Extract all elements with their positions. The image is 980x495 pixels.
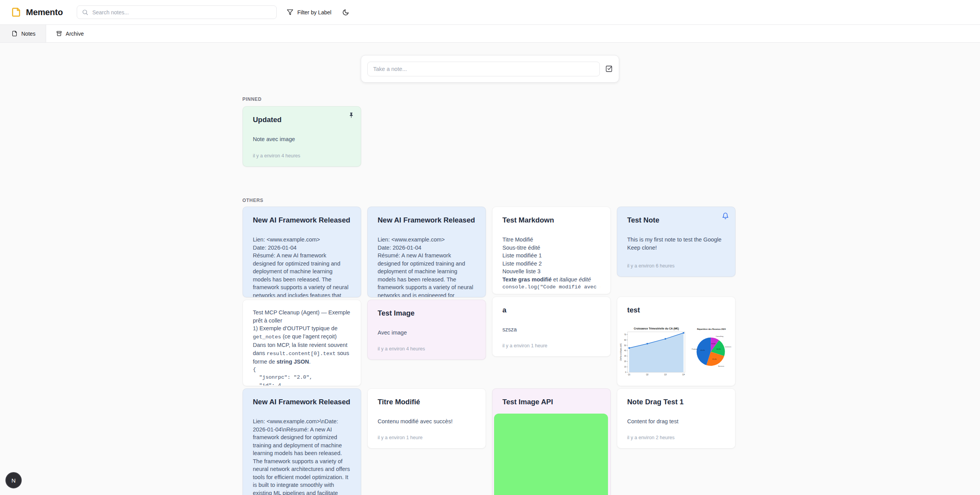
grid-column-1: New AI Framework Released Lien: <www.exa… <box>243 207 361 495</box>
note-timestamp: il y a environ 6 heures <box>627 259 725 269</box>
note-card-note-drag-test[interactable]: Note Drag Test 1 Content for drag test i… <box>617 388 735 448</box>
note-title: Note Drag Test 1 <box>627 397 725 407</box>
note-timestamp: il y a environ 1 heure <box>378 430 475 440</box>
main-content: PINNED Updated Note avec image il y a en… <box>243 55 738 495</box>
pin-icon <box>348 112 355 119</box>
file-icon <box>12 31 17 36</box>
theme-toggle-button[interactable] <box>342 9 349 16</box>
search-icon <box>82 9 88 16</box>
search-box[interactable] <box>77 5 277 19</box>
note-composer[interactable] <box>361 55 619 83</box>
note-title: Test Note <box>627 216 725 225</box>
note-card-test-note[interactable]: Test Note This is my first note to test … <box>617 207 735 277</box>
note-body: Lien: <www.example.com> Date: 2026-01-04… <box>253 236 351 297</box>
grid-column-2: New AI Framework Released Lien: <www.exa… <box>367 207 486 448</box>
svg-text:Consulting: Consulting <box>716 335 723 337</box>
svg-text:Q3: Q3 <box>664 374 667 376</box>
svg-text:70: 70 <box>624 334 626 336</box>
grid-column-4: Test Note This is my first note to test … <box>617 207 735 448</box>
note-title: a <box>503 305 600 315</box>
note-title: New AI Framework Released <box>378 216 475 225</box>
svg-text:45.0%: 45.0% <box>700 349 705 351</box>
svg-text:Croissance Trimestrielle du CA: Croissance Trimestrielle du CA (M€) <box>634 327 679 330</box>
bell-icon <box>722 212 729 219</box>
note-title: New AI Framework Released <box>253 397 351 407</box>
line-chart-image: Croissance Trimestrielle du CA (M€)Chiff… <box>619 324 687 383</box>
others-grid: New AI Framework Released Lien: <www.exa… <box>243 207 738 495</box>
svg-text:50: 50 <box>624 345 626 347</box>
svg-text:Services: Services <box>718 365 724 367</box>
note-image-green <box>494 414 608 495</box>
svg-text:Répartition des Revenus 2024: Répartition des Revenus 2024 <box>697 328 726 330</box>
app-title: Memento <box>26 7 63 17</box>
svg-text:10.0%: 10.0% <box>711 343 716 345</box>
app-logo-icon <box>11 7 21 17</box>
svg-text:Q4: Q4 <box>682 374 685 376</box>
tab-bar: Notes Archive <box>0 25 980 43</box>
filter-by-label-text: Filter by Label <box>297 9 331 16</box>
note-card-test-charts[interactable]: test Croissance Trimestrielle du CA (M€)… <box>617 297 735 386</box>
section-label-pinned: PINNED <box>243 97 738 102</box>
check-square-icon <box>605 65 613 72</box>
note-title: Test Image API <box>503 397 600 407</box>
tab-archive[interactable]: Archive <box>46 25 94 42</box>
funnel-icon <box>287 9 293 16</box>
note-body: Content for drag test <box>627 417 725 426</box>
svg-text:Q2: Q2 <box>646 374 649 376</box>
note-card-new-ai-framework-1[interactable]: New AI Framework Released Lien: <www.exa… <box>243 207 361 297</box>
svg-text:40: 40 <box>624 350 626 352</box>
svg-text:20.0%: 20.0% <box>716 348 721 350</box>
new-checklist-button[interactable] <box>605 65 613 72</box>
filter-by-label-button[interactable]: Filter by Label <box>287 9 331 16</box>
note-card-updated[interactable]: Updated Note avec image il y a environ 4… <box>243 106 361 167</box>
svg-text:25.0%: 25.0% <box>712 358 717 360</box>
reminder-button[interactable] <box>722 212 729 221</box>
note-title: New AI Framework Released <box>253 216 351 225</box>
note-card-test-markdown[interactable]: Test Markdown Titre Modifié Sous-titre é… <box>492 207 611 294</box>
note-title: Test Image <box>378 309 475 318</box>
svg-text:0: 0 <box>625 371 626 373</box>
note-card-a[interactable]: a szsza il y a environ 1 heure <box>492 297 611 357</box>
note-timestamp: il y a environ 4 heures <box>378 341 475 352</box>
pin-button[interactable] <box>348 112 355 120</box>
note-title: Titre Modifié <box>378 397 475 407</box>
note-body: Lien: <www.example.com> Date: 2026-01-04… <box>378 236 475 297</box>
note-card-test-image[interactable]: Test Image Avec image il y a environ 4 h… <box>367 300 486 360</box>
note-timestamp: il y a environ 4 heures <box>253 148 351 159</box>
note-body: Contenu modifié avec succès! <box>378 417 475 426</box>
pie-chart-image: Répartition des Revenus 202410.0%Consult… <box>690 324 733 375</box>
note-body: Test MCP Cleanup (Agent) — Exemple prêt … <box>253 309 351 386</box>
svg-text:Licences: Licences <box>725 346 731 348</box>
user-avatar[interactable]: N <box>5 472 22 488</box>
search-input[interactable] <box>92 9 272 16</box>
note-title: Test Markdown <box>503 216 600 225</box>
note-card-new-ai-framework-2[interactable]: New AI Framework Released Lien: <www.exa… <box>367 207 486 297</box>
svg-text:30: 30 <box>624 355 626 357</box>
note-images-row: Croissance Trimestrielle du CA (M€)Chiff… <box>619 324 733 383</box>
app-header: Memento Filter by Label <box>0 0 980 25</box>
pinned-grid: Updated Note avec image il y a environ 4… <box>243 106 738 167</box>
note-timestamp: il y a environ 1 heure <box>503 338 600 348</box>
note-body: Avec image <box>378 329 475 337</box>
note-body: Lien: <www.example.com>\nDate: 2026-01-0… <box>253 417 351 495</box>
note-card-new-ai-framework-3[interactable]: New AI Framework Released Lien: <www.exa… <box>243 388 361 495</box>
tab-notes-label: Notes <box>21 31 36 37</box>
note-card-titre-modifie[interactable]: Titre Modifié Contenu modifié avec succè… <box>367 388 486 448</box>
note-body: Titre Modifié Sous-titre édité Liste mod… <box>503 236 600 291</box>
svg-text:Chiffre d'affaires (M€): Chiffre d'affaires (M€) <box>620 343 622 361</box>
archive-icon <box>56 31 62 36</box>
tab-notes[interactable]: Notes <box>0 25 46 42</box>
take-a-note-input[interactable] <box>367 62 600 76</box>
svg-text:60: 60 <box>624 339 626 341</box>
svg-text:Produits: Produits <box>692 348 698 350</box>
moon-icon <box>342 9 349 16</box>
svg-text:20: 20 <box>624 360 626 362</box>
note-card-test-image-api[interactable]: Test Image API <box>492 388 611 495</box>
note-card-test-mcp-cleanup[interactable]: Test MCP Cleanup (Agent) — Exemple prêt … <box>243 300 361 386</box>
tab-archive-label: Archive <box>66 31 84 37</box>
note-timestamp: il y a environ 2 heures <box>627 430 725 440</box>
note-title: Updated <box>253 115 351 124</box>
grid-column-3: Test Markdown Titre Modifié Sous-titre é… <box>492 207 611 495</box>
note-body: This is my first note to test the Google… <box>627 236 725 252</box>
note-body: szsza <box>503 326 600 334</box>
